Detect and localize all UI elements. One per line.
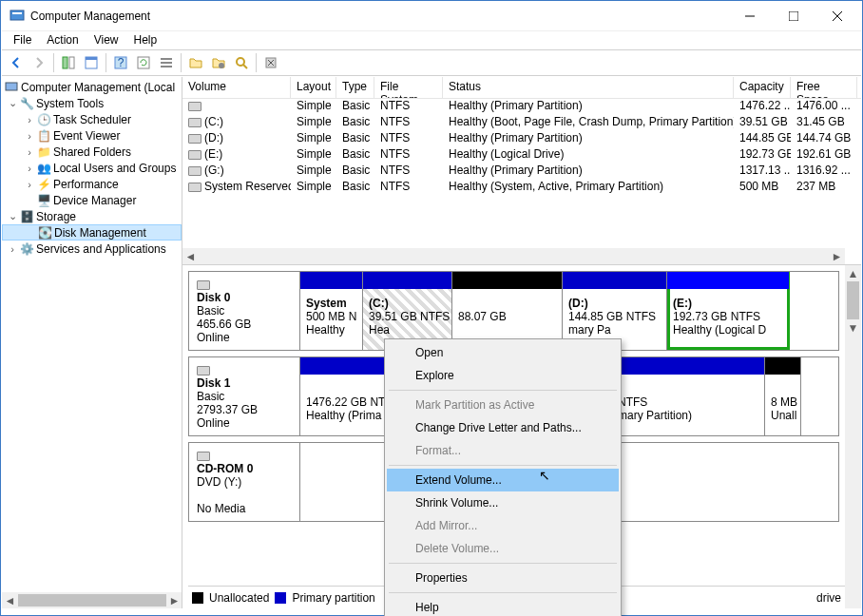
list-row[interactable]: (C:)SimpleBasicNTFSHealthy (Boot, Page F… [182, 115, 861, 131]
header-capacity[interactable]: Capacity [734, 77, 791, 98]
svg-text:?: ? [118, 56, 125, 69]
window-title: Computer Management [30, 10, 728, 23]
header-type[interactable]: Type [336, 77, 374, 98]
ctx-extend-volume[interactable]: Extend Volume... [387, 469, 619, 491]
tree-performance[interactable]: ›⚡Performance [2, 176, 182, 192]
header-freespace[interactable]: Free Space [791, 77, 857, 98]
tree-task-scheduler[interactable]: ›🕒Task Scheduler [2, 111, 182, 127]
list-header[interactable]: Volume Layout Type File System Status Ca… [182, 77, 861, 99]
ctx-mark-active: Mark Partition as Active [387, 394, 619, 416]
folder-gear-icon[interactable] [208, 52, 229, 73]
tree-disk-management[interactable]: 💽Disk Management [2, 224, 182, 241]
tree-root[interactable]: Computer Management (Local [2, 79, 182, 95]
ctx-help[interactable]: Help [387, 596, 619, 616]
computer-icon [4, 80, 19, 95]
show-hide-tree-button[interactable] [58, 52, 79, 73]
toolbar: ? [2, 49, 861, 76]
tree-storage[interactable]: ⌄🗄️Storage [2, 208, 182, 224]
maximize-button[interactable] [772, 2, 815, 30]
ctx-format: Format... [387, 439, 619, 462]
disk-vscrollbar[interactable]: ▲▼ [845, 265, 861, 608]
refresh-icon[interactable] [133, 52, 154, 73]
minimize-button[interactable] [728, 2, 772, 30]
menu-file[interactable]: File [6, 31, 39, 49]
device-icon: 🖥️ [36, 193, 51, 208]
event-icon: 📋 [36, 128, 51, 144]
collapse-icon[interactable]: ⌄ [6, 210, 19, 222]
ctx-explore[interactable]: Explore [387, 364, 619, 387]
expand-icon[interactable]: › [23, 146, 36, 158]
users-icon: 👥 [36, 161, 51, 176]
cursor-icon: ↖ [539, 468, 550, 483]
ctx-properties[interactable]: Properties [387, 567, 619, 589]
expand-icon[interactable]: › [6, 243, 19, 255]
partition[interactable]: (E:)192.73 GB NTFSHealthy (Logical D [667, 272, 790, 350]
header-filesystem[interactable]: File System [374, 77, 443, 98]
ctx-shrink-volume[interactable]: Shrink Volume... [387, 491, 619, 514]
help-icon[interactable]: ? [110, 52, 131, 73]
context-menu: Open Explore Mark Partition as Active Ch… [384, 338, 622, 616]
partition[interactable]: 8 MBUnall [765, 357, 801, 435]
header-layout[interactable]: Layout [291, 77, 336, 98]
disk-info[interactable]: CD-ROM 0DVD (Y:)No Media [189, 443, 300, 521]
list-row[interactable]: SimpleBasicNTFSHealthy (Primary Partitio… [182, 99, 861, 115]
menu-view[interactable]: View [86, 31, 126, 49]
svg-point-14 [237, 58, 244, 66]
ctx-change-letter[interactable]: Change Drive Letter and Paths... [387, 416, 619, 439]
app-icon [10, 9, 25, 24]
list-row[interactable]: System ReservedSimpleBasicNTFSHealthy (S… [182, 180, 861, 196]
list-row[interactable]: (E:)SimpleBasicNTFSHealthy (Logical Driv… [182, 147, 861, 164]
partition[interactable]: NTFSmary Partition) [612, 357, 765, 435]
services-icon: ⚙️ [19, 241, 34, 257]
forward-button[interactable] [29, 52, 49, 73]
performance-icon: ⚡ [36, 177, 51, 192]
menu-help[interactable]: Help [126, 31, 165, 49]
svg-rect-4 [69, 57, 74, 68]
svg-rect-0 [10, 10, 24, 20]
disk-info[interactable]: Disk 0Basic465.66 GBOnline [189, 272, 300, 350]
properties-icon[interactable] [81, 52, 102, 73]
menubar: File Action View Help [2, 30, 861, 49]
expand-icon[interactable]: › [23, 179, 36, 190]
tree-services[interactable]: ›⚙️Services and Applications [2, 241, 182, 257]
folder-icon: 📁 [36, 144, 51, 160]
header-status[interactable]: Status [443, 77, 734, 98]
disk-info[interactable]: Disk 1Basic2793.37 GBOnline [189, 357, 300, 435]
svg-rect-11 [161, 62, 172, 64]
tree-shared-folders[interactable]: ›📁Shared Folders [2, 144, 182, 160]
wizard-icon[interactable] [260, 52, 281, 73]
ctx-delete-volume: Delete Volume... [387, 537, 619, 560]
tree-hscrollbar[interactable]: ◄► [2, 592, 182, 608]
expand-icon[interactable]: › [23, 114, 36, 125]
collapse-icon[interactable]: ⌄ [6, 97, 19, 109]
list-row[interactable]: (D:)SimpleBasicNTFSHealthy (Primary Part… [182, 131, 861, 147]
storage-icon: 🗄️ [19, 209, 34, 224]
back-button[interactable] [6, 52, 27, 73]
header-volume[interactable]: Volume [182, 77, 291, 98]
expand-icon[interactable]: › [23, 163, 36, 174]
ctx-open[interactable]: Open [387, 341, 619, 364]
svg-rect-10 [161, 58, 172, 60]
swatch-unallocated [192, 592, 203, 604]
tree-event-viewer[interactable]: ›📋Event Viewer [2, 127, 182, 144]
tree-system-tools[interactable]: ⌄🔧System Tools [2, 95, 182, 111]
tree-local-users[interactable]: ›👥Local Users and Groups [2, 160, 182, 176]
menu-action[interactable]: Action [39, 31, 86, 49]
navigation-tree[interactable]: Computer Management (Local ⌄🔧System Tool… [2, 77, 182, 608]
close-button[interactable] [815, 2, 859, 30]
volume-list: Volume Layout Type File System Status Ca… [182, 77, 861, 265]
folder-open-icon[interactable] [185, 52, 206, 73]
svg-rect-2 [789, 11, 798, 21]
swatch-primary [275, 592, 286, 604]
tree-device-manager[interactable]: 🖥️Device Manager [2, 192, 182, 208]
list-row[interactable]: (G:)SimpleBasicNTFSHealthy (Primary Part… [182, 164, 861, 180]
partition[interactable]: System500 MB NHealthy [300, 272, 363, 350]
tools-icon: 🔧 [19, 96, 34, 111]
expand-icon[interactable]: › [23, 130, 36, 142]
find-icon[interactable] [231, 52, 252, 73]
svg-rect-3 [63, 57, 67, 68]
titlebar[interactable]: Computer Management [2, 2, 861, 30]
svg-point-13 [219, 63, 224, 68]
list-icon[interactable] [156, 52, 177, 73]
list-hscrollbar[interactable]: ◄► [182, 248, 845, 264]
